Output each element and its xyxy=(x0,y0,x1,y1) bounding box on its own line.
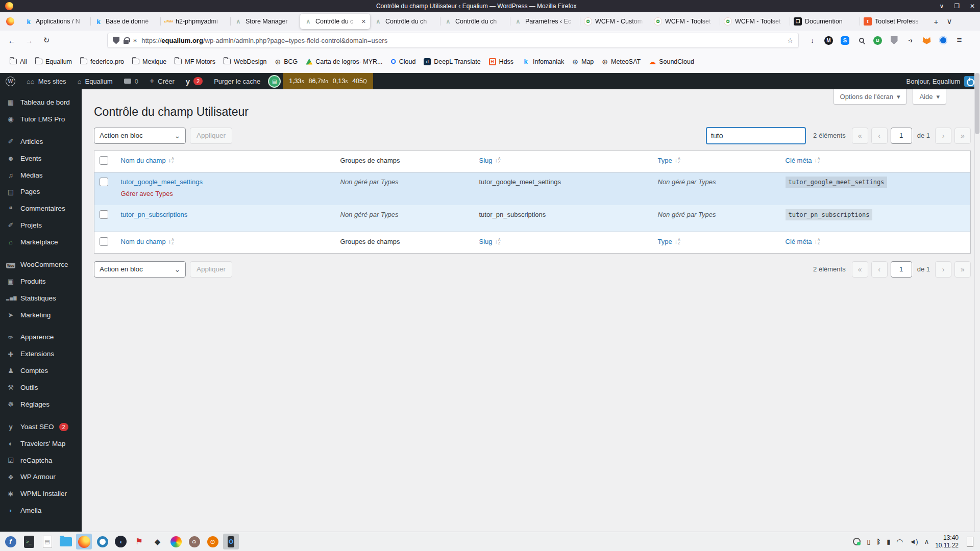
sidebar-item-wpml-installer[interactable]: ✱WPML Installer xyxy=(0,486,82,503)
bookmark-hdss[interactable]: HHdss xyxy=(485,56,517,68)
current-page-input[interactable]: 1 xyxy=(891,261,912,278)
show-desktop-button[interactable] xyxy=(967,537,973,547)
first-page-button[interactable]: « xyxy=(852,128,868,144)
sort-column-type[interactable]: Type↓AZ xyxy=(658,238,680,245)
adminbar-mes-sites[interactable]: ⌂⌂Mes sites xyxy=(21,73,72,89)
bulk-action-select[interactable]: Action en bloc⌄ xyxy=(94,128,186,144)
scrollbar-thumb[interactable] xyxy=(975,73,979,134)
tab-parametres[interactable]: ∧Paramètres ‹ Ec xyxy=(510,14,580,29)
downloads-icon[interactable]: ↓ xyxy=(806,34,819,47)
last-page-button[interactable]: » xyxy=(954,261,971,278)
scrcpy-taskbar-button[interactable] xyxy=(223,534,239,549)
sidebar-item-travelers-map[interactable]: ◐Travelers' Map xyxy=(0,436,82,453)
permissions-icon[interactable]: ∗ xyxy=(133,37,137,44)
field-name-link[interactable]: tutor_google_meet_settings xyxy=(121,178,203,186)
wifi-icon[interactable]: ◠ xyxy=(896,537,903,546)
firefox-view-button[interactable] xyxy=(3,14,17,29)
diamond-app-launcher[interactable]: ◆ xyxy=(150,534,165,549)
manage-with-types-link[interactable]: Gérer avec Types xyxy=(121,190,330,197)
window-close-button[interactable]: ✕ xyxy=(970,3,975,10)
screen-options-button[interactable]: Options de l'écran▾ xyxy=(834,89,907,105)
first-page-button[interactable]: « xyxy=(852,261,868,278)
expand-tray-icon[interactable]: ∧ xyxy=(924,538,929,545)
user-avatar[interactable] xyxy=(964,76,975,87)
tab-list-dropdown-icon[interactable]: ∨ xyxy=(943,15,956,28)
new-tab-button[interactable]: + xyxy=(929,15,943,28)
window-minimize-button[interactable]: ∨ xyxy=(939,3,944,10)
tab-store-manager[interactable]: ∧Store Manager xyxy=(230,14,300,29)
search-input[interactable] xyxy=(706,127,806,144)
lock-icon[interactable] xyxy=(124,40,129,44)
sort-column-type[interactable]: Type↓AZ xyxy=(658,157,680,164)
battery-icon[interactable]: ▮ xyxy=(887,538,890,545)
tab-toolset[interactable]: tToolset Profess xyxy=(860,14,929,29)
sidebar-item-comptes[interactable]: ♟Comptes xyxy=(0,363,82,380)
screenshot-search-icon[interactable] xyxy=(859,38,864,43)
sort-column-slug[interactable]: Slug↓AZ xyxy=(479,238,501,245)
adminbar-store-button[interactable]: ▤ xyxy=(266,73,283,89)
sidebar-item-yoast-seo[interactable]: yYoast SEO2 xyxy=(0,419,82,436)
notification-icon[interactable] xyxy=(853,538,861,545)
okular-launcher[interactable] xyxy=(94,534,110,549)
sort-column-name[interactable]: Nom du champ↓AZ xyxy=(121,238,174,245)
forward-button[interactable]: → xyxy=(21,33,37,47)
bookmark-webdesign[interactable]: WebDesign xyxy=(220,56,270,68)
sidebar-item-reglages[interactable]: ☸Réglages xyxy=(0,396,82,413)
sidebar-item-tutor-lms-pro[interactable]: ◉Tutor LMS Pro xyxy=(0,111,82,128)
adminbar-comments[interactable]: 0 xyxy=(118,73,144,89)
skype-extension-icon[interactable]: S xyxy=(841,36,849,45)
terminal-launcher[interactable]: >_ xyxy=(21,534,37,549)
reload-button[interactable]: ↻ xyxy=(39,33,54,47)
bookmark-meteosat[interactable]: ⊕MeteoSAT xyxy=(598,56,644,68)
bookmark-mexique[interactable]: Mexique xyxy=(129,56,170,68)
back-button[interactable]: ← xyxy=(4,33,19,47)
sidebar-item-tableau-de-bord[interactable]: ▦Tableau de bord xyxy=(0,94,82,111)
blender-launcher[interactable]: ⊙ xyxy=(205,534,220,549)
sidebar-item-apparence[interactable]: ✑Apparence xyxy=(0,329,82,346)
sidebar-item-extensions[interactable]: ✚Extensions xyxy=(0,346,82,363)
dark-browser-launcher[interactable]: ◖ xyxy=(113,534,129,549)
tab-applications[interactable]: kApplications / N xyxy=(20,14,90,29)
sidebar-item-produits[interactable]: ▣Produits xyxy=(0,273,82,290)
tracking-protection-shield-icon[interactable] xyxy=(113,37,119,44)
tab-wcfm-toolset-2[interactable]: ✿WCFM - Toolset xyxy=(720,14,790,29)
apply-button-bottom[interactable]: Appliquer xyxy=(190,261,232,278)
adminbar-howdy[interactable]: Bonjour, Equalium xyxy=(906,78,960,85)
sort-column-slug[interactable]: Slug↓AZ xyxy=(479,157,501,164)
bookmark-soundcloud[interactable]: ☁SoundCloud xyxy=(645,55,698,68)
help-button[interactable]: Aide▾ xyxy=(913,89,946,105)
sidebar-item-recaptcha[interactable]: ☑reCaptcha xyxy=(0,453,82,469)
firefox-taskbar-button[interactable] xyxy=(76,534,92,549)
sidebar-item-wp-armour[interactable]: ❖WP Armour xyxy=(0,469,82,486)
wp-logo-menu[interactable]: W xyxy=(0,73,21,89)
window-maximize-button[interactable]: ❐ xyxy=(954,3,960,10)
monica-extension-icon[interactable]: M xyxy=(824,36,833,45)
notes-launcher[interactable]: ▤ xyxy=(39,534,55,549)
bookmark-deepl[interactable]: dDeepL Translate xyxy=(420,56,484,68)
file-manager-launcher[interactable] xyxy=(58,534,74,549)
query-monitor-stats[interactable]: 1,33s 86,7Mo 0,13s 405Q xyxy=(283,73,373,89)
sidebar-item-amelia[interactable]: ◗Amelia xyxy=(0,503,82,519)
sort-column-meta[interactable]: Clé méta↓AZ xyxy=(786,238,820,245)
adminbar-purge-cache[interactable]: Purger le cache xyxy=(208,73,266,89)
last-page-button[interactable]: » xyxy=(954,128,971,144)
utility-launcher[interactable]: ⚑ xyxy=(131,534,147,549)
row-checkbox[interactable] xyxy=(100,210,108,219)
sidebar-item-projets[interactable]: ✐Projets xyxy=(0,217,82,234)
sidebar-item-woocommerce[interactable]: WooWooCommerce xyxy=(0,257,82,273)
adminbar-new-content[interactable]: +Créer xyxy=(144,73,180,89)
prev-page-button[interactable]: ‹ xyxy=(871,128,888,144)
bookmark-bcg[interactable]: ⊕BCG xyxy=(271,56,301,68)
tab-controle-du-champ-3[interactable]: ∧Contrôle du ch xyxy=(440,14,510,29)
metamask-icon[interactable] xyxy=(922,37,931,44)
bookmark-mf-motors[interactable]: MF Motors xyxy=(171,56,219,68)
url-bar[interactable]: ∗ https://equalium.org/wp-admin/admin.ph… xyxy=(107,33,799,48)
page-scrollbar[interactable] xyxy=(974,73,980,532)
session-arrow-icon[interactable]: ∙› xyxy=(904,34,917,47)
next-page-button[interactable]: › xyxy=(935,261,951,278)
buster-extension-icon[interactable]: B xyxy=(873,36,882,45)
row-checkbox[interactable] xyxy=(100,178,108,186)
tab-wcfm-custom[interactable]: ✿WCFM - Custom xyxy=(580,14,650,29)
sidebar-item-commentaires[interactable]: ❝Commentaires xyxy=(0,201,82,217)
tab-controle-du-champ-2[interactable]: ∧Contrôle du ch xyxy=(370,14,440,29)
